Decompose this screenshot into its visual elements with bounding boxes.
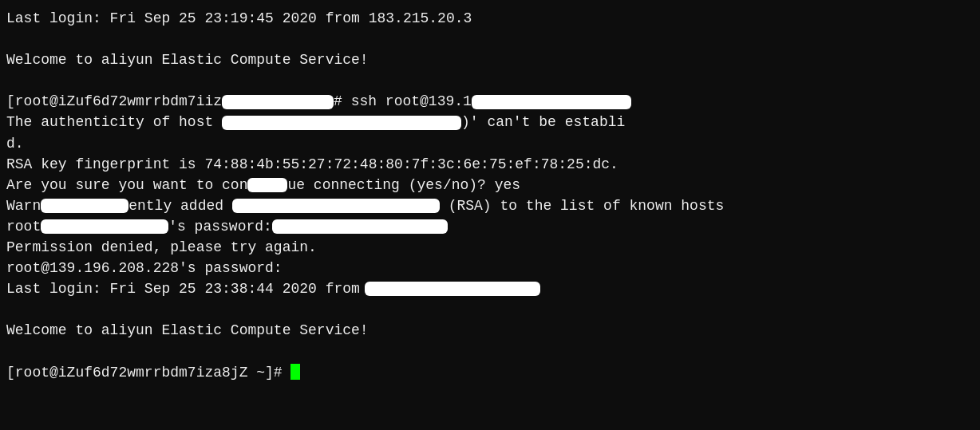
redacted-block-6 xyxy=(232,199,440,213)
redacted-block-8 xyxy=(272,219,448,234)
redacted-block-3 xyxy=(222,116,461,130)
redacted-block-1 xyxy=(222,95,334,109)
redacted-block-4 xyxy=(247,178,287,192)
terminal-line-2: Welcome to aliyun Elastic Compute Servic… xyxy=(6,49,974,70)
terminal-line-13: Welcome to aliyun Elastic Compute Servic… xyxy=(6,320,974,341)
terminal-line-14[interactable]: [root@iZuf6d72wmrrbdm7iza8jZ ~]# xyxy=(6,362,974,383)
terminal-prompt: [root@iZuf6d72wmrrbdm7iza8jZ ~]# xyxy=(6,365,290,381)
terminal-line-empty-2 xyxy=(6,70,974,91)
terminal-line-11: root@139.196.208.228's password: xyxy=(6,258,974,278)
terminal-text: Last login: Fri Sep 25 23:38:44 2020 fro… xyxy=(6,281,360,297)
terminal-line-10: Permission denied, please try again. xyxy=(6,237,974,258)
terminal-text: Warn xyxy=(6,198,41,214)
terminal-text: # ssh root@139.1 xyxy=(334,93,472,109)
terminal-text: [root@iZuf6d72wmrrbdm7iiz xyxy=(6,93,222,109)
redacted-block-7 xyxy=(41,219,168,234)
terminal-line-8: Warn ently added (RSA) to the list of kn… xyxy=(6,195,974,216)
terminal-line-12: Last login: Fri Sep 25 23:38:44 2020 fro… xyxy=(6,278,974,299)
terminal-line-7: Are you sure you want to con ue connecti… xyxy=(6,175,974,195)
terminal-text: ue connecting (yes/no)? yes xyxy=(287,177,520,193)
terminal-window: Last login: Fri Sep 25 23:19:45 2020 fro… xyxy=(0,0,980,430)
terminal-line-1: Last login: Fri Sep 25 23:19:45 2020 fro… xyxy=(6,8,974,29)
terminal-line-empty-3 xyxy=(6,299,974,320)
redacted-block-9 xyxy=(365,282,540,296)
terminal-line-5: d. xyxy=(6,133,974,154)
terminal-text: )' can't be establi xyxy=(461,114,625,130)
terminal-line-empty-1 xyxy=(6,29,974,49)
terminal-text: (RSA) to the list of known hosts xyxy=(440,198,724,214)
terminal-text: The authenticity of host xyxy=(6,114,222,130)
terminal-line-4: The authenticity of host )' can't be est… xyxy=(6,112,974,132)
terminal-line-6: RSA key fingerprint is 74:88:4b:55:27:72… xyxy=(6,154,974,175)
redacted-block-5 xyxy=(41,199,128,213)
terminal-line-3: [root@iZuf6d72wmrrbdm7iiz # ssh root@139… xyxy=(6,91,974,112)
terminal-text: Are you sure you want to con xyxy=(6,177,247,193)
redacted-block-2 xyxy=(472,95,631,109)
terminal-line-9: root 's password: xyxy=(6,216,974,237)
terminal-line-empty-4 xyxy=(6,341,974,362)
terminal-text: 's password: xyxy=(168,219,272,235)
terminal-cursor xyxy=(290,364,300,380)
terminal-text: ently added xyxy=(128,198,232,214)
terminal-text: root xyxy=(6,219,41,235)
